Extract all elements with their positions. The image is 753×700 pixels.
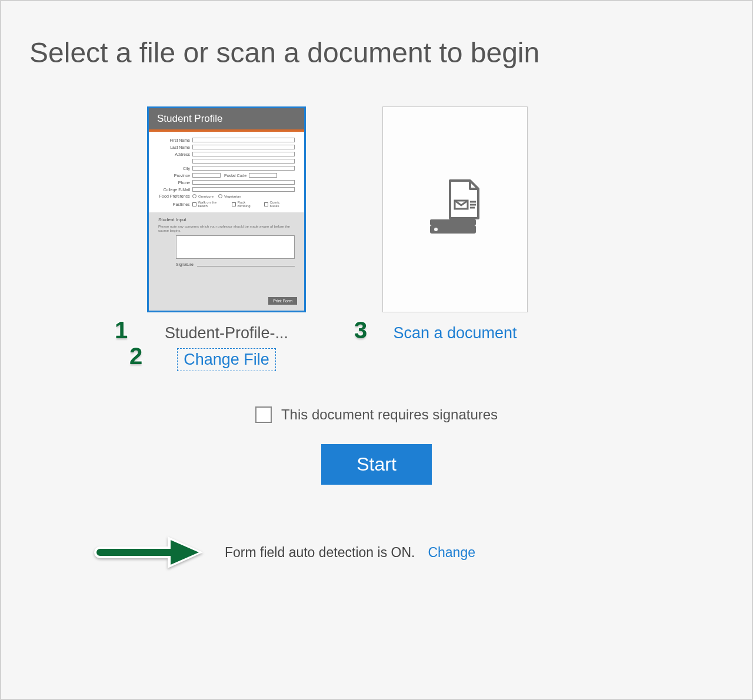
requires-signatures-label: This document requires signatures xyxy=(281,406,498,423)
signatures-row: This document requires signatures xyxy=(29,406,724,423)
change-file-button[interactable]: Change File xyxy=(177,348,276,371)
scan-option: 3 xyxy=(382,106,528,342)
detection-row: Form field auto detection is ON. Change xyxy=(29,520,724,573)
thumb-lower-area: Student Input Please note any concerns w… xyxy=(149,212,304,311)
selected-file-name: Student-Profile-... xyxy=(165,324,288,342)
file-thumbnail[interactable]: Student Profile First Name Last Name Add… xyxy=(147,106,306,312)
requires-signatures-checkbox[interactable] xyxy=(255,406,272,423)
auto-detection-change-link[interactable]: Change xyxy=(428,545,475,561)
file-option: 1 2 Student Profile First Name Last Name… xyxy=(147,106,306,371)
thumb-form-area: First Name Last Name Address City Provin… xyxy=(149,132,304,212)
arrow-icon xyxy=(94,532,212,573)
start-button[interactable]: Start xyxy=(321,444,432,485)
svg-point-6 xyxy=(434,228,438,231)
thumb-header: Student Profile xyxy=(149,108,304,129)
callout-1: 1 xyxy=(115,317,128,344)
prepare-form-panel: Select a file or scan a document to begi… xyxy=(0,0,753,700)
scan-document-label[interactable]: Scan a document xyxy=(393,324,517,342)
page-title: Select a file or scan a document to begi… xyxy=(29,36,724,69)
callout-2: 2 xyxy=(129,343,142,369)
callout-3: 3 xyxy=(354,317,367,344)
auto-detection-status: Form field auto detection is ON. xyxy=(225,545,415,561)
options-row: 1 2 Student Profile First Name Last Name… xyxy=(29,106,724,371)
scanner-icon xyxy=(423,177,488,242)
scan-document-card[interactable] xyxy=(382,106,528,312)
svg-rect-4 xyxy=(430,219,476,225)
start-row: Start xyxy=(29,444,724,485)
